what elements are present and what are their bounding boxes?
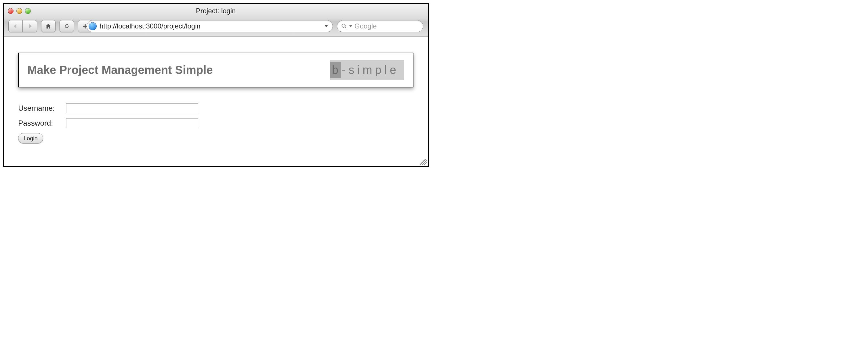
window-title: Project: login <box>4 7 428 15</box>
browser-window: Project: login + <box>3 3 429 167</box>
password-input[interactable] <box>66 118 198 128</box>
back-button[interactable] <box>8 20 23 32</box>
nav-buttons <box>8 20 37 32</box>
page-banner: Make Project Management Simple b-simple <box>18 53 413 88</box>
search-icon <box>341 23 347 29</box>
browser-chrome: Project: login + <box>4 4 428 37</box>
login-form: Username: Password: Login <box>18 103 413 143</box>
site-favicon-icon <box>89 22 97 30</box>
page-viewport: Make Project Management Simple b-simple … <box>4 37 428 166</box>
search-engine-caret-icon[interactable] <box>349 25 352 27</box>
minimize-window-button[interactable] <box>17 8 22 14</box>
username-input[interactable] <box>66 103 198 113</box>
password-row: Password: <box>18 118 413 128</box>
zoom-window-button[interactable] <box>25 8 31 14</box>
brand-logo: b-simple <box>330 60 404 80</box>
username-row: Username: <box>18 103 413 113</box>
reload-button[interactable] <box>60 20 74 32</box>
banner-title: Make Project Management Simple <box>27 64 213 76</box>
password-label: Password: <box>18 119 61 128</box>
arrow-right-icon <box>27 23 33 29</box>
home-icon <box>45 23 52 29</box>
login-button[interactable]: Login <box>18 133 43 143</box>
home-button[interactable] <box>41 20 56 32</box>
window-controls <box>8 8 31 14</box>
close-window-button[interactable] <box>8 8 13 14</box>
forward-button[interactable] <box>23 20 37 32</box>
arrow-left-icon <box>12 23 19 29</box>
address-bar-text: http://localhost:3000/project/login <box>99 22 200 30</box>
reload-icon <box>64 23 70 29</box>
brand-logo-b: b <box>330 62 341 78</box>
brand-logo-text: -simple <box>342 64 399 76</box>
feed-indicator-icon[interactable] <box>324 25 328 27</box>
username-label: Username: <box>18 104 61 113</box>
search-placeholder: Google <box>354 22 377 30</box>
search-field[interactable]: Google <box>337 20 423 32</box>
toolbar: + http://localhost:3000/project/login Go… <box>4 18 428 36</box>
address-bar[interactable]: http://localhost:3000/project/login <box>87 20 333 32</box>
resize-grip-icon[interactable] <box>420 159 427 165</box>
titlebar: Project: login <box>4 4 428 18</box>
address-bar-wrap: http://localhost:3000/project/login <box>96 20 333 32</box>
